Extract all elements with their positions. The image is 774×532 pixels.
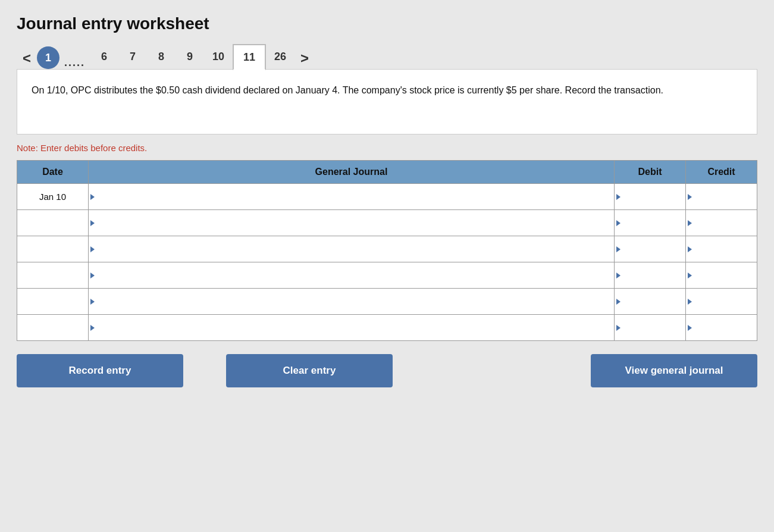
cell-debit-3[interactable]	[615, 262, 686, 289]
debit-indicator-4	[616, 299, 621, 305]
journal-input-3[interactable]	[91, 262, 612, 288]
journal-input-4[interactable]	[91, 289, 612, 314]
ellipsis: .....	[59, 57, 90, 69]
description-box: On 1/10, OPC distributes the $0.50 cash …	[17, 69, 757, 134]
debit-input-0[interactable]	[617, 184, 683, 209]
description-text: On 1/10, OPC distributes the $0.50 cash …	[32, 85, 663, 95]
cell-credit-2[interactable]	[686, 236, 757, 262]
clear-entry-button[interactable]: Clear entry	[226, 354, 393, 387]
journal-indicator-4	[90, 299, 95, 305]
credit-input-5[interactable]	[688, 315, 754, 340]
cell-journal-5[interactable]	[89, 315, 615, 341]
debit-indicator-2	[616, 246, 621, 252]
cell-debit-5[interactable]	[615, 315, 686, 341]
table-row: Jan 10	[17, 184, 757, 210]
page-num-7[interactable]: 7	[118, 44, 147, 69]
cell-journal-4[interactable]	[89, 289, 615, 315]
debit-indicator-5	[616, 325, 621, 331]
page-num-26[interactable]: 26	[266, 44, 294, 69]
cell-debit-2[interactable]	[615, 236, 686, 262]
credit-indicator-1	[688, 220, 692, 226]
cell-journal-0[interactable]	[89, 184, 615, 210]
table-row	[17, 210, 757, 236]
table-row	[17, 289, 757, 315]
buttons-row: Record entry Clear entry View general jo…	[17, 354, 757, 387]
debit-input-5[interactable]	[617, 315, 683, 340]
table-row	[17, 315, 757, 341]
cell-journal-1[interactable]	[89, 210, 615, 236]
cell-credit-4[interactable]	[686, 289, 757, 315]
credit-input-3[interactable]	[688, 262, 754, 288]
credit-indicator-4	[688, 299, 692, 305]
debit-indicator-0	[616, 194, 621, 200]
credit-input-4[interactable]	[688, 289, 754, 314]
cell-date-4	[17, 289, 89, 315]
cell-date-1	[17, 210, 89, 236]
cell-debit-0[interactable]	[615, 184, 686, 210]
col-header-date: Date	[17, 161, 89, 184]
page-num-6[interactable]: 6	[90, 44, 118, 69]
page-title: Journal entry worksheet	[17, 14, 757, 33]
cell-date-5	[17, 315, 89, 341]
debit-indicator-3	[616, 273, 621, 278]
debit-input-4[interactable]	[617, 289, 683, 314]
page-num-1[interactable]: 1	[37, 46, 59, 69]
prev-page-button[interactable]: <	[17, 48, 37, 69]
cell-debit-4[interactable]	[615, 289, 686, 315]
page-num-9[interactable]: 9	[176, 44, 204, 69]
journal-table: Date General Journal Debit Credit Jan 10	[17, 160, 757, 341]
cell-date-0: Jan 10	[17, 184, 89, 210]
col-header-journal: General Journal	[89, 161, 615, 184]
journal-indicator-3	[90, 273, 95, 278]
debit-indicator-1	[616, 220, 621, 226]
col-header-debit: Debit	[615, 161, 686, 184]
page-num-10[interactable]: 10	[204, 44, 233, 69]
credit-indicator-0	[688, 194, 692, 200]
cell-journal-3[interactable]	[89, 262, 615, 289]
cell-credit-0[interactable]	[686, 184, 757, 210]
credit-input-0[interactable]	[688, 184, 754, 209]
debit-input-2[interactable]	[617, 236, 683, 262]
cell-date-3	[17, 262, 89, 289]
page-num-11[interactable]: 11	[233, 44, 266, 70]
cell-journal-2[interactable]	[89, 236, 615, 262]
credit-indicator-5	[688, 325, 692, 331]
cell-date-2	[17, 236, 89, 262]
table-row	[17, 262, 757, 289]
journal-indicator-1	[90, 220, 95, 226]
journal-indicator-2	[90, 246, 95, 252]
note-text: Note: Enter debits before credits.	[17, 143, 757, 153]
table-row	[17, 236, 757, 262]
journal-input-1[interactable]	[91, 210, 612, 236]
cell-debit-1[interactable]	[615, 210, 686, 236]
journal-input-5[interactable]	[91, 315, 612, 340]
credit-input-2[interactable]	[688, 236, 754, 262]
journal-input-2[interactable]	[91, 236, 612, 262]
debit-input-3[interactable]	[617, 262, 683, 288]
credit-input-1[interactable]	[688, 210, 754, 236]
col-header-credit: Credit	[686, 161, 757, 184]
cell-credit-5[interactable]	[686, 315, 757, 341]
view-general-journal-button[interactable]: View general journal	[591, 354, 757, 387]
debit-input-1[interactable]	[617, 210, 683, 236]
journal-indicator-0	[90, 194, 95, 200]
next-page-button[interactable]: >	[294, 48, 315, 69]
journal-input-0[interactable]	[91, 184, 612, 209]
record-entry-button[interactable]: Record entry	[17, 354, 183, 387]
page-num-8[interactable]: 8	[147, 44, 176, 69]
pagination: < 1 ..... 6 7 8 9 10 11 26 >	[17, 44, 757, 69]
journal-indicator-5	[90, 325, 95, 331]
cell-credit-3[interactable]	[686, 262, 757, 289]
credit-indicator-2	[688, 246, 692, 252]
credit-indicator-3	[688, 273, 692, 278]
cell-credit-1[interactable]	[686, 210, 757, 236]
